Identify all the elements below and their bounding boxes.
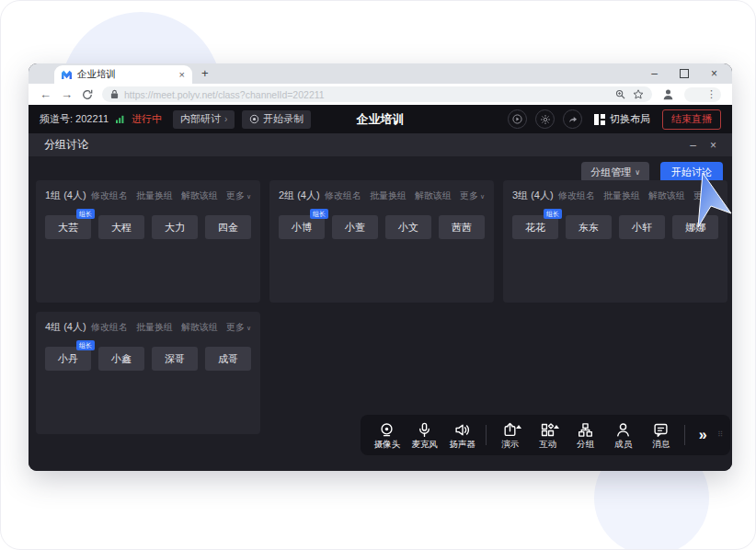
forward-icon[interactable]: → bbox=[61, 88, 73, 100]
member-chip-row: 小博组长小萱小文茜茜 bbox=[279, 215, 485, 239]
member-name: 小文 bbox=[398, 221, 418, 235]
browser-tabstrip: 企业培训 × + – × bbox=[29, 63, 732, 84]
group-action-link[interactable]: 解散该组 bbox=[415, 189, 452, 202]
present-icon bbox=[502, 422, 518, 438]
back-icon[interactable]: ← bbox=[40, 88, 52, 100]
group-title: 3组 (4人) bbox=[512, 189, 554, 202]
browser-tab[interactable]: 企业培训 × bbox=[54, 65, 192, 84]
chevron-right-icon: › bbox=[224, 114, 227, 124]
group-action-link[interactable]: 修改组名 bbox=[325, 189, 361, 202]
member-name: 深哥 bbox=[165, 352, 185, 366]
group-action-link[interactable]: 更多∨ bbox=[226, 189, 251, 202]
group-action-link[interactable]: 批量换组 bbox=[603, 189, 640, 202]
group-action-link[interactable]: 批量换组 bbox=[136, 189, 173, 202]
panel-close-icon[interactable]: × bbox=[710, 139, 716, 152]
group-action-link[interactable]: 更多∨ bbox=[226, 321, 251, 334]
tab-close-icon[interactable]: × bbox=[179, 69, 185, 80]
member-chip[interactable]: 大力 bbox=[152, 215, 198, 239]
group-card: 1组 (4人) 修改组名批量换组解散该组更多∨ 大芸组长大程大力四金 bbox=[36, 180, 260, 303]
window-maximize-button[interactable] bbox=[680, 69, 689, 78]
interact-icon bbox=[540, 422, 556, 438]
member-name: 花花 bbox=[525, 221, 545, 235]
member-chip[interactable]: 小博组长 bbox=[279, 215, 325, 239]
browser-menu-button[interactable]: ⋮ bbox=[684, 87, 721, 102]
group-action-link[interactable]: 修改组名 bbox=[558, 189, 595, 202]
toolbar-item-group[interactable]: 分组 bbox=[567, 419, 604, 451]
member-chip[interactable]: 花花组长 bbox=[512, 215, 558, 239]
window-close-button[interactable]: × bbox=[711, 67, 717, 80]
leader-badge: 组长 bbox=[544, 209, 562, 219]
member-chip[interactable]: 深哥 bbox=[152, 347, 198, 371]
toolbar-item-camera[interactable]: 摄像头 bbox=[368, 419, 406, 451]
member-chip[interactable]: 小文 bbox=[385, 215, 431, 239]
chevron-down-icon: ∨ bbox=[246, 193, 251, 200]
toolbar-item-present[interactable]: 演示 bbox=[491, 419, 529, 451]
speaker-icon bbox=[454, 422, 470, 438]
discuss-mode-button[interactable]: 内部研讨 › bbox=[173, 110, 235, 129]
record-icon bbox=[249, 114, 259, 124]
member-chip[interactable]: 小萱 bbox=[332, 215, 378, 239]
toolbar-item-label: 成员 bbox=[614, 439, 632, 451]
reload-icon[interactable] bbox=[82, 89, 93, 100]
member-name: 四金 bbox=[218, 221, 238, 235]
layout-grid-icon bbox=[594, 114, 605, 125]
switch-layout-button[interactable]: 切换布局 bbox=[590, 112, 654, 126]
panel-minimize-icon[interactable]: – bbox=[690, 139, 696, 152]
group-action-link[interactable]: 解散该组 bbox=[648, 189, 685, 202]
member-name: 大程 bbox=[111, 221, 132, 235]
group-action-link[interactable]: 更多∨ bbox=[460, 189, 485, 202]
member-chip[interactable]: 大程 bbox=[98, 215, 144, 239]
live-status-label: 进行中 bbox=[132, 112, 162, 126]
start-record-button[interactable]: 开始录制 bbox=[242, 110, 311, 129]
member-chip-row: 小丹组长小鑫深哥成哥 bbox=[45, 347, 251, 371]
zoom-icon[interactable] bbox=[615, 89, 625, 99]
chevron-down-icon: ∨ bbox=[480, 193, 485, 200]
bookmark-star-icon[interactable] bbox=[633, 89, 644, 100]
playback-button[interactable] bbox=[508, 109, 527, 129]
share-button[interactable] bbox=[563, 109, 582, 129]
members-icon bbox=[615, 422, 631, 438]
toolbar-item-interact[interactable]: 互动 bbox=[529, 419, 567, 451]
member-chip[interactable]: 大芸组长 bbox=[45, 215, 91, 239]
toolbar-item-message[interactable]: 消息 bbox=[642, 419, 680, 451]
chevron-down-icon: ∨ bbox=[246, 325, 251, 331]
group-action-link[interactable]: 解散该组 bbox=[181, 321, 218, 334]
group-action-link[interactable]: 批量换组 bbox=[136, 321, 173, 334]
member-chip[interactable]: 茜茜 bbox=[439, 215, 485, 239]
member-chip[interactable]: 成哥 bbox=[205, 347, 251, 371]
group-action-link[interactable]: 修改组名 bbox=[91, 189, 128, 202]
dropdown-caret-icon bbox=[554, 425, 559, 429]
breakout-panel-header: 分组讨论 – × bbox=[29, 133, 732, 156]
drag-handle-icon[interactable]: ⠿ bbox=[717, 433, 723, 437]
signal-icon bbox=[116, 115, 124, 123]
group-action-link[interactable]: 修改组名 bbox=[91, 321, 128, 334]
toolbar-item-members[interactable]: 成员 bbox=[604, 419, 642, 451]
chevron-down-icon: ∨ bbox=[635, 168, 640, 177]
toolbar-expand-button[interactable]: » bbox=[690, 427, 716, 443]
member-chip[interactable]: 小鑫 bbox=[98, 347, 144, 371]
toolbar-item-label: 分组 bbox=[577, 439, 594, 451]
member-name: 成哥 bbox=[218, 352, 238, 366]
member-chip-row: 大芸组长大程大力四金 bbox=[45, 215, 251, 239]
leader-badge: 组长 bbox=[76, 209, 95, 219]
group-action-link[interactable]: 解散该组 bbox=[181, 189, 218, 202]
member-chip[interactable]: 东东 bbox=[566, 215, 612, 239]
page-background: 企业培训 × + – × ← → https://meet.polyv.net/… bbox=[0, 0, 756, 550]
favicon-icon bbox=[62, 70, 72, 80]
member-chip[interactable]: 小轩 bbox=[619, 215, 665, 239]
profile-avatar-icon[interactable] bbox=[661, 87, 675, 101]
camera-icon bbox=[379, 422, 395, 438]
group-action-link[interactable]: 批量换组 bbox=[370, 189, 407, 202]
end-live-button[interactable]: 结束直播 bbox=[662, 109, 721, 130]
window-minimize-button[interactable]: – bbox=[651, 67, 658, 80]
bottom-toolbar: 摄像头麦克风扬声器演示互动分组成员消息»⠿ bbox=[361, 415, 730, 455]
leader-badge: 组长 bbox=[76, 340, 95, 350]
address-bar[interactable]: https://meet.polyv.net/class?channelId=2… bbox=[102, 86, 652, 102]
new-tab-button[interactable]: + bbox=[201, 66, 209, 80]
settings-gear-button[interactable] bbox=[535, 109, 555, 129]
toolbar-item-mic[interactable]: 麦克风 bbox=[406, 419, 443, 451]
toolbar-item-speaker[interactable]: 扬声器 bbox=[443, 419, 481, 451]
member-chip[interactable]: 小丹组长 bbox=[45, 347, 91, 371]
member-chip[interactable]: 四金 bbox=[205, 215, 251, 239]
lock-icon bbox=[110, 89, 119, 99]
